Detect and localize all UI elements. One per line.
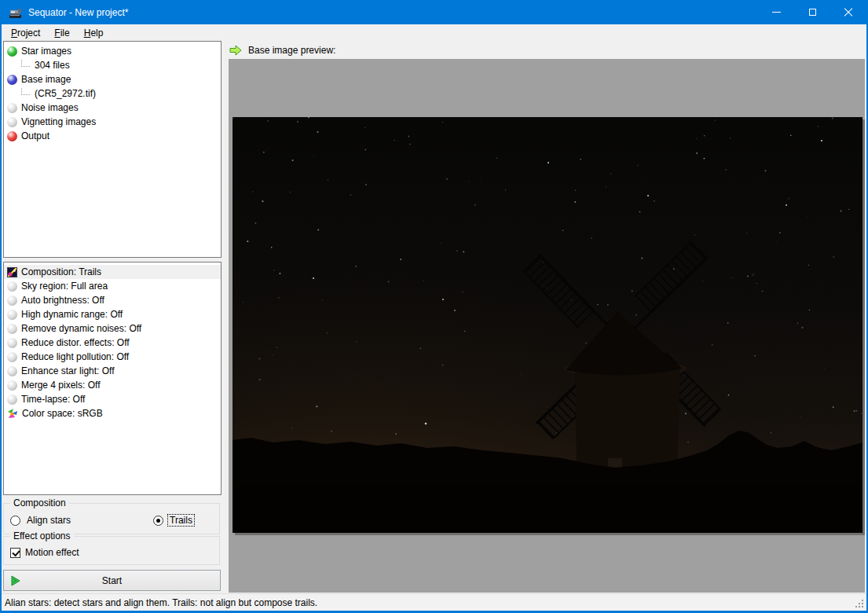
gray-sphere-icon [7, 103, 17, 113]
green-arrow-right-icon [229, 44, 242, 57]
status-text: Alian stars: detect stars and align them… [5, 597, 317, 608]
maximize-button[interactable] [794, 0, 830, 24]
maximize-icon [809, 9, 816, 16]
tree-item-base-file[interactable]: (CR5_2972.tif) [4, 86, 221, 101]
composition-radio-row: Align stars Trails [10, 515, 213, 526]
composition-group-title: Composition [10, 497, 69, 508]
setting-merge-4-pixels[interactable]: Merge 4 pixels: Off [4, 378, 221, 392]
base-image-preview [233, 117, 863, 533]
settings-panel: Composition: Trails Sky region: Full are… [3, 262, 222, 495]
preview-canvas-background [229, 59, 865, 593]
effect-options-groupbox: Effect options Motion effect [3, 536, 220, 565]
gray-sphere-icon [7, 295, 17, 306]
tree-item-star-files[interactable]: 304 files [4, 58, 221, 72]
gray-sphere-icon [7, 352, 17, 362]
composition-groupbox: Composition Align stars Trails [3, 503, 220, 534]
setting-hdr[interactable]: High dynamic range: Off [4, 307, 221, 321]
tree-item-star-images[interactable]: Star images [4, 44, 221, 58]
gray-sphere-icon [7, 366, 17, 376]
align-stars-radio[interactable] [10, 516, 20, 526]
minimize-button[interactable] [758, 0, 794, 24]
tree-item-base-image[interactable]: Base image [4, 72, 221, 86]
green-sphere-icon [7, 46, 17, 57]
left-column: Star images 304 files Base image (CR5_29… [2, 41, 223, 593]
close-button[interactable] [830, 0, 866, 24]
gray-sphere-icon [7, 117, 17, 127]
preview-pane: Base image preview: [223, 41, 866, 593]
motion-effect-row: Motion effect [10, 547, 79, 558]
trails-thumbnail-icon [7, 267, 17, 277]
setting-remove-dynamic-noises[interactable]: Remove dynamic noises: Off [4, 321, 221, 336]
titlebar[interactable]: Sequator - New project* [2, 0, 866, 24]
menu-help[interactable]: Help [77, 26, 111, 40]
tree-item-output[interactable]: Output [4, 129, 221, 143]
setting-reduce-distortion[interactable]: Reduce distor. effects: Off [4, 336, 221, 350]
red-sphere-icon [7, 131, 17, 141]
close-icon [844, 8, 853, 17]
gray-sphere-icon [7, 310, 17, 320]
gray-sphere-icon [7, 338, 17, 348]
motion-effect-label[interactable]: Motion effect [25, 547, 79, 558]
minimize-icon [772, 12, 781, 13]
preview-header: Base image preview: [229, 44, 335, 57]
trails-radio[interactable] [153, 516, 163, 526]
gray-sphere-icon [7, 395, 17, 405]
menubar: Project File Help [2, 24, 866, 41]
effect-options-title: Effect options [10, 530, 74, 541]
tree-item-vignetting-images[interactable]: Vignetting images [4, 115, 221, 129]
blue-sphere-icon [7, 75, 17, 85]
tree-item-noise-images[interactable]: Noise images [4, 101, 221, 115]
tree-connector-icon [21, 88, 30, 95]
window-title: Sequator - New project* [28, 7, 128, 18]
setting-composition[interactable]: Composition: Trails [4, 265, 221, 279]
menu-file[interactable]: File [47, 26, 76, 40]
app-window: Sequator - New project* Project File Hel… [0, 0, 868, 613]
setting-reduce-light-pollution[interactable]: Reduce light pollution: Off [4, 350, 221, 364]
project-tree-panel: Star images 304 files Base image (CR5_29… [3, 41, 222, 258]
start-button-label: Start [4, 575, 220, 586]
motion-effect-checkbox[interactable] [10, 548, 20, 558]
window-controls [758, 0, 866, 24]
setting-sky-region[interactable]: Sky region: Full area [4, 279, 221, 293]
resize-grip-icon[interactable] [862, 606, 863, 607]
setting-auto-brightness[interactable]: Auto brightness: Off [4, 293, 221, 307]
setting-enhance-star-light[interactable]: Enhance star light: Off [4, 364, 221, 378]
trails-label[interactable]: Trails [168, 515, 194, 526]
gray-sphere-icon [7, 324, 17, 334]
statusbar: Alian stars: detect stars and align them… [2, 593, 866, 611]
tree-connector-icon [21, 60, 30, 67]
app-icon [8, 6, 24, 19]
align-stars-label[interactable]: Align stars [25, 515, 72, 526]
setting-color-space[interactable]: Color space: sRGB [4, 406, 221, 420]
night-sky-windmill-photo [233, 117, 863, 533]
srgb-gamut-icon [7, 408, 18, 419]
menu-project[interactable]: Project [4, 26, 47, 40]
start-button[interactable]: Start [3, 570, 221, 591]
gray-sphere-icon [7, 380, 17, 391]
gray-sphere-icon [7, 281, 17, 292]
preview-label: Base image preview: [248, 45, 335, 56]
main-area: Star images 304 files Base image (CR5_29… [2, 41, 866, 593]
setting-time-lapse[interactable]: Time-lapse: Off [4, 392, 221, 406]
